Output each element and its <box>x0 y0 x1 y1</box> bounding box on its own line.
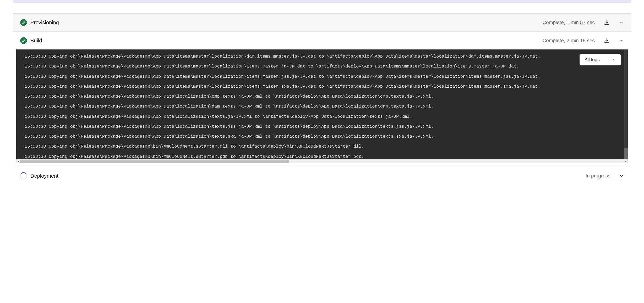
vertical-scrollbar-thumb[interactable] <box>624 148 628 159</box>
spinner-icon <box>20 172 27 179</box>
chevron-down-icon <box>619 173 624 178</box>
success-check-icon <box>20 37 27 44</box>
log-line: 15:58:30 Copying obj\Release\Package\Pac… <box>25 152 619 160</box>
stage-header-provisioning[interactable]: Provisioning Complete, 1 min 57 sec <box>13 14 631 31</box>
build-log-container: All logs 15:58:30 Copying obj\Release\Pa… <box>16 49 628 163</box>
stage-header-deployment[interactable]: Deployment In progress <box>13 167 631 185</box>
log-line: 15:58:30 Copying obj\Release\Package\Pac… <box>25 82 619 92</box>
chevron-up-icon <box>619 38 624 43</box>
build-log-viewer[interactable]: 15:58:30 Copying obj\Release\Package\Pac… <box>16 49 628 159</box>
log-line: 15:58:30 Copying obj\Release\Package\Pac… <box>25 112 619 122</box>
stage-status: Complete, 1 min 57 sec <box>542 20 595 25</box>
expand-toggle[interactable] <box>619 20 624 25</box>
log-line: 15:58:30 Copying obj\Release\Package\Pac… <box>25 52 619 61</box>
download-logs-button[interactable] <box>603 19 610 26</box>
stage-status: In progress <box>586 173 610 179</box>
download-icon <box>604 37 610 44</box>
stage-header-build[interactable]: Build Complete, 2 min 15 sec <box>13 32 631 49</box>
log-line: 15:58:30 Copying obj\Release\Package\Pac… <box>25 72 619 82</box>
stage-deployment: Deployment In progress <box>13 167 631 185</box>
collapse-toggle[interactable] <box>619 38 624 43</box>
log-filter-dropdown[interactable]: All logs <box>580 54 621 65</box>
chevron-down-icon <box>612 58 616 62</box>
log-filter-selected: All logs <box>585 57 600 63</box>
log-line: 15:58:30 Copying obj\Release\Package\Pac… <box>25 142 619 152</box>
log-line: 15:58:30 Copying obj\Release\Package\Pac… <box>25 92 619 102</box>
log-line: 15:58:30 Copying obj\Release\Package\Pac… <box>25 122 619 132</box>
expand-toggle[interactable] <box>619 173 624 178</box>
stage-provisioning: Provisioning Complete, 1 min 57 sec <box>13 13 631 31</box>
log-line: 15:58:30 Copying obj\Release\Package\Pac… <box>25 102 619 111</box>
log-line: 15:58:30 Copying obj\Release\Package\Pac… <box>25 132 619 142</box>
vertical-scrollbar[interactable] <box>624 49 628 159</box>
scroll-right-arrow[interactable]: ▸ <box>624 160 627 163</box>
success-check-icon <box>20 19 27 26</box>
scroll-left-arrow[interactable]: ◂ <box>17 160 20 163</box>
download-logs-button[interactable] <box>603 37 610 44</box>
info-banner-edge <box>13 0 631 3</box>
stage-title: Build <box>30 38 539 44</box>
horizontal-scrollbar-thumb[interactable] <box>20 160 289 163</box>
horizontal-scrollbar[interactable]: ◂ ▸ <box>16 159 628 163</box>
stage-build: Build Complete, 2 min 15 sec All logs 15… <box>13 31 631 163</box>
download-icon <box>604 19 610 26</box>
stage-title: Provisioning <box>30 20 539 26</box>
log-line: 15:58:30 Copying obj\Release\Package\Pac… <box>25 61 619 71</box>
stage-title: Deployment <box>30 173 582 179</box>
stage-status: Complete, 2 min 15 sec <box>542 38 595 43</box>
chevron-down-icon <box>619 20 624 25</box>
